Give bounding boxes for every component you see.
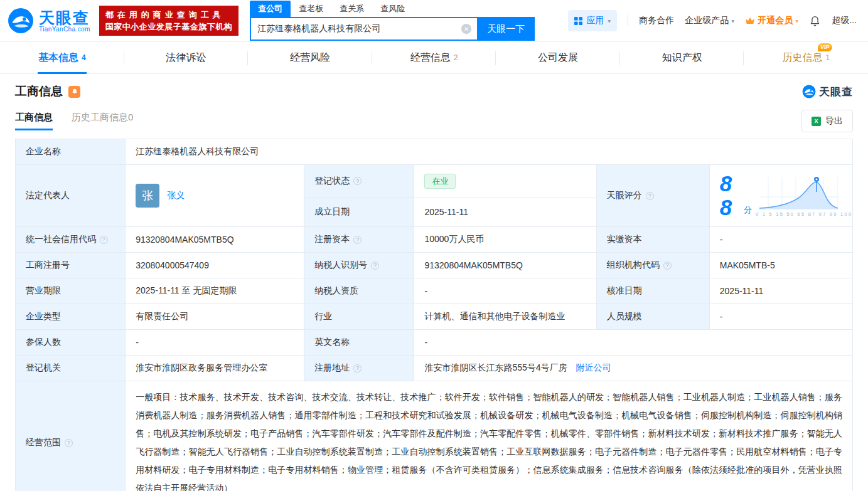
field-label: 登记状态 xyxy=(314,176,350,187)
tab-count: 1 xyxy=(825,53,830,62)
field-label: 纳税人识别号 xyxy=(314,260,367,271)
menu-business-cooperation[interactable]: 商务合作 xyxy=(639,15,674,26)
search-tab-boss[interactable]: 查老板 xyxy=(291,1,331,17)
field-label: 企业类型 xyxy=(26,311,61,322)
taxpayer-qual-value: - xyxy=(424,286,427,296)
field-label: 工商注册号 xyxy=(26,260,70,271)
tab-basic-info[interactable]: 基本信息 4 xyxy=(0,42,124,73)
search-tab-risk[interactable]: 查风险 xyxy=(372,1,413,17)
establish-date-label-cell: 成立日期 xyxy=(304,198,414,226)
enterprise-label: 企业级产品 xyxy=(685,15,729,26)
divider xyxy=(628,15,628,26)
tab-operation-risk[interactable]: 经营风险 xyxy=(248,42,372,73)
nearby-companies-link[interactable]: 附近公司 xyxy=(576,362,611,372)
score-axis-labels: 0 1 5 15 50 65 87 97 99 100 xyxy=(756,211,842,217)
search-tab-relation[interactable]: 查关系 xyxy=(331,1,372,17)
credit-code-value: 91320804MAK05MTB5Q xyxy=(136,235,233,245)
help-icon[interactable]: ? xyxy=(65,439,73,447)
field-label: 天眼评分 xyxy=(607,190,642,201)
tab-company-development[interactable]: 公司发展 xyxy=(496,42,620,73)
subscribe-bell-icon[interactable] xyxy=(68,86,80,98)
industry-label-cell: 行业 xyxy=(304,304,414,330)
tab-count: 2 xyxy=(454,53,458,62)
field-label: 行业 xyxy=(314,311,332,322)
search-input[interactable] xyxy=(250,17,477,41)
field-label: 营业期限 xyxy=(26,285,61,297)
vip-badge: VIP xyxy=(818,43,833,51)
table-row: 企业名称 江苏纽泰格机器人科技有限公司 xyxy=(16,139,853,165)
tab-intellectual-property[interactable]: 知识产权 xyxy=(620,42,744,73)
field-label: 核准日期 xyxy=(607,285,642,297)
tianyancha-eye-icon xyxy=(8,8,34,34)
legal-rep-value-cell: 张 张义 xyxy=(126,165,304,227)
staff-size-value-cell: - xyxy=(709,304,852,330)
score-value: 88 xyxy=(720,172,740,219)
paid-capital-label-cell: 实缴资本 xyxy=(596,227,709,253)
reg-number-value-cell: 320804000547409 xyxy=(126,253,304,278)
notification-bell-icon[interactable] xyxy=(809,15,821,27)
field-label: 人员规模 xyxy=(607,311,642,322)
legal-rep-link[interactable]: 张义 xyxy=(167,190,185,201)
subtab-history-registration[interactable]: 历史工商信息0 xyxy=(72,112,133,130)
taxpayer-qual-label-cell: 纳税人资质 xyxy=(304,278,414,304)
menu-enterprise-products[interactable]: 企业级产品 ▾ xyxy=(685,15,734,26)
help-icon[interactable]: ? xyxy=(646,192,654,200)
search-tab-company[interactable]: 查公司 xyxy=(250,1,291,17)
table-row: 参保人数 - 英文名称 - xyxy=(16,330,853,356)
help-icon[interactable]: ? xyxy=(663,261,672,270)
apps-button[interactable]: 应用 ▾ xyxy=(568,10,617,31)
menu-open-vip[interactable]: 开通会员 ▾ xyxy=(745,15,798,26)
approval-date-label-cell: 核准日期 xyxy=(596,278,709,304)
menu-super-vip[interactable]: 超级... xyxy=(832,15,857,26)
help-icon[interactable]: ? xyxy=(353,364,362,372)
approval-date-value-cell: 2025-11-11 xyxy=(709,278,852,304)
chevron-down-icon: ▾ xyxy=(731,18,734,24)
taxpayer-id-value: 91320804MAK05MTB5Q xyxy=(424,260,522,270)
approval-date-value: 2025-11-11 xyxy=(720,286,764,296)
business-scope-label-cell: 经营范围 ? xyxy=(16,381,126,491)
credit-code-label-cell: 统一社会信用代码 ? xyxy=(16,227,126,253)
org-code-value-cell: MAK05MTB-5 xyxy=(709,253,852,278)
org-code-label-cell: 组织机构代码 ? xyxy=(596,253,709,278)
watermark-text: 天眼查 xyxy=(819,85,853,99)
business-scope-value: 一般项目：技术服务、技术开发、技术咨询、技术交流、技术转让、技术推广；软件开发；… xyxy=(136,388,842,491)
tab-label: 经营风险 xyxy=(290,51,330,65)
field-label: 注册地址 xyxy=(314,362,350,374)
top-header: 天眼查 TianYanCha.com 都在用的商业查询工具 国家中小企业发展子基… xyxy=(0,0,868,41)
tab-legal-litigation[interactable]: 法律诉讼 xyxy=(124,42,249,73)
main-nav-tabs: 基本信息 4 法律诉讼 经营风险 经营信息 2 公司发展 知识产权 历史信息 V… xyxy=(0,41,868,74)
apps-label: 应用 xyxy=(586,15,604,26)
status-badge: 在业 xyxy=(424,174,456,189)
field-label: 法定代表人 xyxy=(26,190,70,201)
help-icon[interactable]: ? xyxy=(371,261,379,270)
tab-label: 知识产权 xyxy=(662,51,702,65)
reg-capital-label-cell: 注册资本 ? xyxy=(304,227,414,253)
credit-code-value-cell: 91320804MAK05MTB5Q xyxy=(126,227,304,253)
paid-capital-value: - xyxy=(720,235,723,245)
business-info-table: 企业名称 江苏纽泰格机器人科技有限公司 法定代表人 张 张义 xyxy=(15,139,853,491)
industry-value-cell: 计算机、通信和其他电子设备制造业 xyxy=(414,304,596,330)
reg-status-value-cell: 在业 xyxy=(414,165,596,198)
help-icon[interactable]: ? xyxy=(353,236,362,244)
reg-status-label-cell: 登记状态 ? xyxy=(304,165,414,198)
subtab-business-registration[interactable]: 工商信息 xyxy=(15,112,53,130)
tianyancha-logo[interactable]: 天眼查 TianYanCha.com xyxy=(8,8,90,34)
english-name-value-cell: - xyxy=(414,330,853,356)
tab-label: 基本信息 xyxy=(38,51,78,65)
company-name-value: 江苏纽泰格机器人科技有限公司 xyxy=(136,146,259,156)
score-label-cell: 天眼评分 ? xyxy=(596,165,709,227)
table-row: 法定代表人 张 张义 登记状态 ? 在业 xyxy=(16,165,853,198)
search-button[interactable]: 天眼一下 xyxy=(477,17,535,41)
export-button[interactable]: X 导出 xyxy=(801,110,853,132)
field-label: 统一社会信用代码 xyxy=(26,234,96,245)
address-label-cell: 注册地址 ? xyxy=(304,356,414,381)
top-menu: 应用 ▾ 商务合作 企业级产品 ▾ 开通会员 ▾ 超级... xyxy=(568,10,857,31)
reg-authority-value-cell: 淮安市淮阴区政务服务管理办公室 xyxy=(126,356,304,381)
avatar[interactable]: 张 xyxy=(136,184,159,208)
tab-business-info[interactable]: 经营信息 2 xyxy=(372,42,496,73)
tab-history-info[interactable]: 历史信息 VIP 1 xyxy=(744,42,868,73)
staff-size-value: - xyxy=(720,312,723,322)
address-value-cell: 淮安市淮阴区长江东路555号4号厂房 附近公司 xyxy=(414,356,853,381)
help-icon[interactable]: ? xyxy=(100,236,108,244)
help-icon[interactable]: ? xyxy=(353,177,362,185)
